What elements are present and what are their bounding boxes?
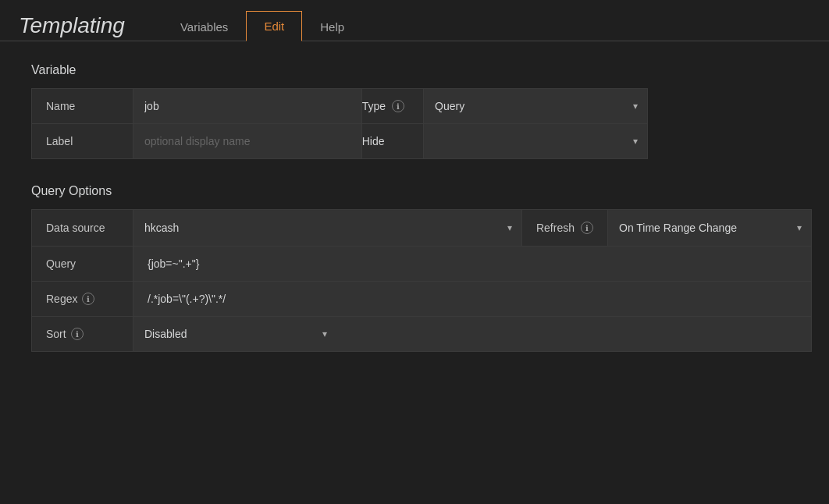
query-label: Query [32, 247, 133, 282]
regex-label-text: Regex [46, 293, 77, 305]
sort-row: Sort ℹ Disabled Alphabetical (asc) Alpha… [32, 317, 812, 352]
label-label: Label [32, 124, 133, 159]
label-input-cell [133, 124, 362, 159]
datasource-select-arrow-icon: ▾ [507, 222, 512, 233]
hide-select-wrapper: Label Variable ▾ [424, 126, 647, 157]
type-label: Type [362, 100, 386, 112]
name-label: Name [32, 89, 133, 124]
refresh-select[interactable]: Never On Dashboard Load On Time Range Ch… [608, 212, 811, 243]
regex-value: /.*job=\"(.+?)\".*/ [133, 282, 811, 315]
type-select-wrapper: Query Custom Constant Datasource Interva… [424, 91, 647, 122]
hide-select[interactable]: Label Variable [424, 126, 647, 157]
datasource-row: Data source hkcash default prometheus ▾ … [32, 210, 812, 247]
datasource-flex: hkcash default prometheus ▾ Refresh ℹ Ne… [133, 210, 811, 246]
sort-label-inner: Sort ℹ [32, 317, 133, 351]
name-input[interactable] [133, 91, 361, 122]
query-row: Query {job=~".+"} [32, 247, 812, 282]
regex-label-inner: Regex ℹ [32, 282, 133, 316]
regex-info-icon[interactable]: ℹ [82, 293, 94, 305]
datasource-select[interactable]: hkcash default prometheus [133, 212, 344, 243]
datasource-cell: hkcash default prometheus ▾ Refresh ℹ Ne… [133, 210, 812, 247]
sort-label-cell: Sort ℹ [32, 317, 133, 352]
hide-label-cell: Hide [361, 124, 423, 159]
datasource-label: Data source [32, 210, 133, 247]
variable-table: Name Type ℹ Query Custom Constant Dataso… [31, 88, 648, 159]
type-info-icon[interactable]: ℹ [392, 100, 404, 112]
regex-label-cell: Regex ℹ [32, 282, 133, 317]
sort-select[interactable]: Disabled Alphabetical (asc) Alphabetical… [133, 318, 336, 350]
app-header: Templating Variables Edit Help [0, 0, 829, 41]
query-value: {job=~".+"} [133, 247, 811, 280]
query-options-section-title: Query Options [31, 184, 798, 198]
hide-select-cell: Label Variable ▾ [424, 124, 648, 159]
name-row: Name Type ℹ Query Custom Constant Dataso… [32, 89, 648, 124]
tab-edit[interactable]: Edit [246, 11, 302, 41]
sort-select-cell: Disabled Alphabetical (asc) Alphabetical… [133, 317, 812, 352]
main-content: Variable Name Type ℹ Query Custom Consta… [0, 41, 829, 374]
query-options-table: Data source hkcash default prometheus ▾ … [31, 209, 812, 352]
regex-row: Regex ℹ /.*job=\"(.+?)\".*/ [32, 282, 812, 317]
query-value-cell: {job=~".+"} [133, 247, 812, 282]
refresh-text: Refresh [536, 222, 575, 234]
datasource-select-wrapper: hkcash default prometheus ▾ [133, 210, 521, 246]
type-select-cell: Query Custom Constant Datasource Interva… [424, 89, 648, 124]
app-title: Templating [19, 13, 125, 38]
sort-label-text: Sort [46, 328, 66, 340]
refresh-select-wrapper: Never On Dashboard Load On Time Range Ch… [608, 210, 811, 246]
refresh-label-cell: Refresh ℹ [521, 210, 608, 246]
sort-select-wrapper: Disabled Alphabetical (asc) Alphabetical… [133, 318, 336, 350]
tab-help[interactable]: Help [302, 12, 362, 41]
name-input-cell [133, 89, 362, 124]
nav-tabs: Variables Edit Help [162, 11, 362, 41]
label-row: Label Hide Label Variable ▾ [32, 124, 648, 159]
tab-variables[interactable]: Variables [162, 12, 246, 41]
type-label-cell: Type ℹ [361, 89, 423, 124]
refresh-info-icon[interactable]: ℹ [581, 222, 593, 234]
label-input[interactable] [133, 126, 361, 157]
regex-value-cell: /.*job=\"(.+?)\".*/ [133, 282, 812, 317]
type-select[interactable]: Query Custom Constant Datasource Interva… [424, 91, 647, 122]
variable-section-title: Variable [31, 63, 798, 77]
sort-info-icon[interactable]: ℹ [71, 328, 84, 340]
